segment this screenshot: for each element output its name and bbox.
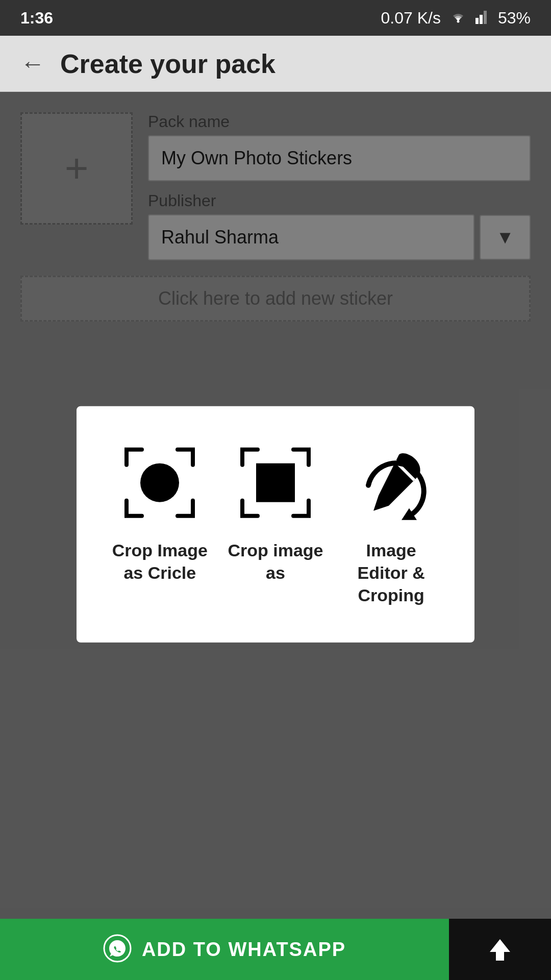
add-to-whatsapp-label: ADD TO WHATSAPP: [142, 939, 346, 961]
image-editor-option[interactable]: Image Editor & Croping: [340, 442, 442, 607]
options-modal: Crop Image as Cricle Crop image as: [77, 406, 474, 643]
svg-point-0: [457, 20, 459, 23]
main-content: + Pack name Publisher ▼ Click here to ad…: [0, 92, 551, 919]
svg-rect-3: [484, 11, 487, 24]
svg-marker-8: [490, 939, 510, 961]
add-to-whatsapp-button[interactable]: ADD TO WHATSAPP: [0, 919, 449, 980]
whatsapp-icon: [103, 934, 132, 965]
status-right: 0.07 K/s 53%: [381, 8, 531, 28]
status-bar: 1:36 0.07 K/s 53%: [0, 0, 551, 36]
back-button[interactable]: ←: [20, 50, 45, 78]
wifi-icon: [449, 8, 467, 28]
upload-button[interactable]: [449, 919, 551, 980]
crop-circle-option[interactable]: Crop Image as Cricle: [109, 442, 211, 584]
crop-square-label: Crop image as: [224, 539, 327, 584]
signal-icon: [475, 8, 490, 28]
svg-point-4: [140, 463, 179, 502]
svg-rect-1: [475, 18, 479, 24]
editor-crop-icon: [350, 442, 432, 524]
image-editor-label: Image Editor & Croping: [340, 539, 442, 607]
page-title: Create your pack: [60, 48, 276, 79]
svg-rect-2: [480, 15, 483, 24]
network-speed: 0.07 K/s: [381, 9, 441, 28]
crop-circle-label: Crop Image as Cricle: [109, 539, 211, 584]
status-time: 1:36: [20, 9, 53, 28]
app-header: ← Create your pack: [0, 36, 551, 92]
circle-crop-icon: [119, 442, 201, 524]
bottom-bar: ADD TO WHATSAPP: [0, 919, 551, 980]
battery-level: 53%: [498, 9, 531, 28]
svg-rect-5: [256, 463, 295, 502]
square-crop-icon: [235, 442, 316, 524]
crop-square-option[interactable]: Crop image as: [224, 442, 327, 584]
